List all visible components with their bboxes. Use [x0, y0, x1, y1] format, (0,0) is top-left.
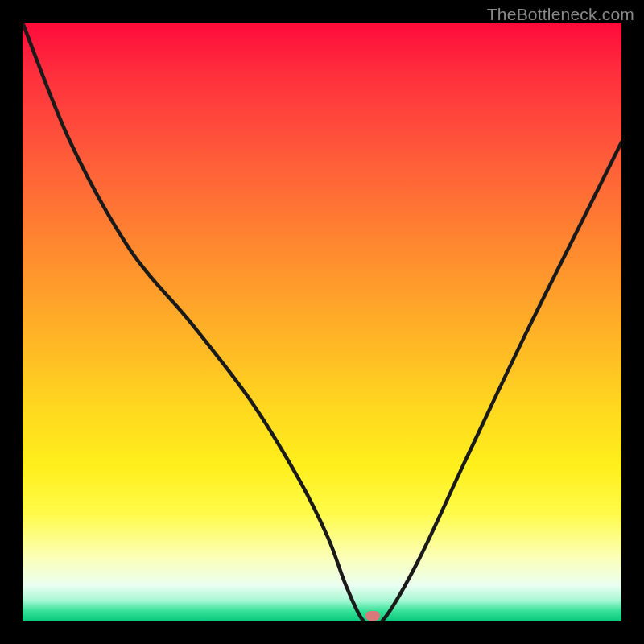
- optimum-marker: [365, 611, 380, 621]
- watermark-text: TheBottleneck.com: [487, 5, 634, 24]
- bottleneck-curve: [23, 23, 621, 621]
- chart-frame: TheBottleneck.com: [0, 0, 644, 644]
- plot-area: [23, 23, 621, 621]
